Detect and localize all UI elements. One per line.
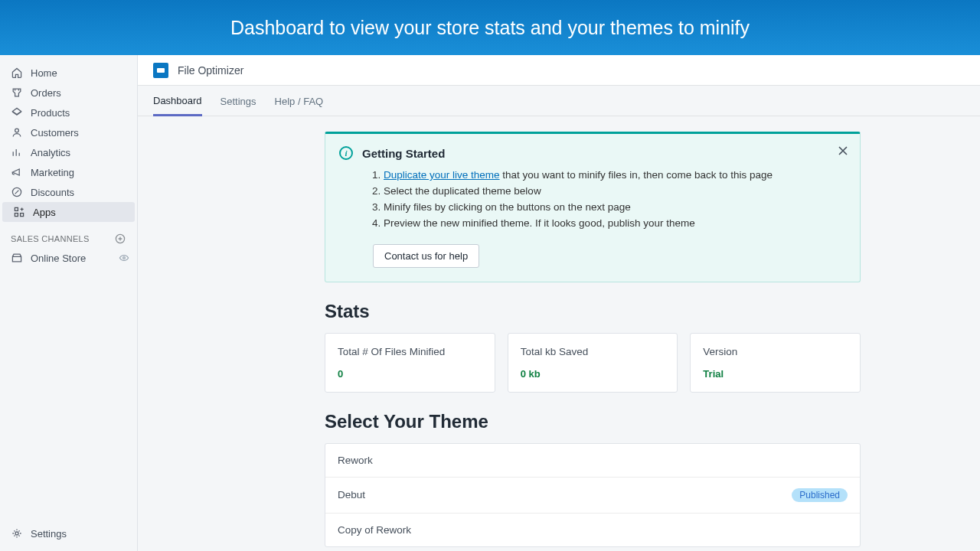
stat-value: 0 (338, 368, 482, 380)
sidebar-item-label: Home (31, 67, 57, 79)
sidebar-item-label: Marketing (31, 167, 74, 178)
info-icon: i (339, 146, 353, 160)
main: File Optimizer Dashboard Settings Help /… (138, 55, 980, 551)
svg-point-6 (123, 257, 126, 259)
stat-value: 0 kb (521, 368, 665, 380)
sidebar-item-orders[interactable]: Orders (0, 83, 137, 103)
sidebar-item-settings[interactable]: Settings (0, 523, 137, 543)
view-store-icon[interactable] (119, 253, 129, 263)
discounts-icon (11, 186, 23, 198)
app-name: File Optimizer (178, 64, 243, 77)
analytics-icon (11, 146, 23, 158)
sidebar-item-products[interactable]: Products (0, 103, 137, 122)
tab-bar: Dashboard Settings Help / FAQ (138, 86, 980, 116)
duplicate-theme-link[interactable]: Duplicate your live theme (384, 169, 500, 181)
sidebar: Home Orders Products Customers Analytics… (0, 55, 138, 551)
sidebar-item-apps[interactable]: Apps (2, 202, 135, 222)
sidebar-item-label: Customers (31, 127, 79, 139)
getting-started-steps: Duplicate your live theme that you want … (384, 168, 846, 232)
sidebar-item-label: Apps (33, 207, 56, 218)
themes-heading: Select Your Theme (325, 411, 861, 432)
tab-help[interactable]: Help / FAQ (275, 86, 324, 115)
published-badge: Published (792, 488, 848, 502)
theme-list: Rework Debut Published Copy of Rework (325, 443, 861, 547)
svg-point-0 (15, 129, 19, 132)
sidebar-item-label: Discounts (31, 187, 74, 198)
getting-started-panel: i Getting Started Duplicate your live th… (325, 132, 861, 282)
panel-title: Getting Started (362, 147, 445, 160)
sidebar-item-customers[interactable]: Customers (0, 122, 137, 142)
stat-label: Version (703, 346, 848, 357)
sidebar-item-online-store[interactable]: Online Store (0, 248, 137, 268)
gear-icon (11, 527, 23, 540)
stat-label: Total kb Saved (521, 346, 665, 357)
step3-text: Minify files by clicking on the buttons … (384, 200, 846, 216)
home-icon (11, 67, 23, 79)
svg-rect-2 (15, 207, 18, 210)
theme-name: Rework (338, 455, 373, 466)
sidebar-item-discounts[interactable]: Discounts (0, 182, 137, 202)
theme-row[interactable]: Rework (325, 444, 860, 478)
theme-name: Debut (338, 489, 365, 500)
theme-row[interactable]: Debut Published (325, 478, 860, 514)
tab-settings[interactable]: Settings (220, 86, 256, 115)
sidebar-item-marketing[interactable]: Marketing (0, 162, 137, 182)
step1-text: that you want to minify files in, then c… (500, 169, 773, 181)
sidebar-item-label: Analytics (31, 147, 70, 158)
stat-card-version: Version Trial (690, 333, 861, 393)
sidebar-item-analytics[interactable]: Analytics (0, 142, 137, 162)
sidebar-item-label: Online Store (31, 253, 86, 264)
products-icon (11, 106, 23, 119)
hero-banner: Dashboard to view your store stats and y… (0, 0, 980, 55)
sidebar-item-label: Products (31, 107, 70, 119)
marketing-icon (11, 166, 23, 178)
stat-value: Trial (703, 368, 848, 380)
close-icon[interactable] (837, 145, 849, 157)
orders-icon (11, 86, 23, 99)
sidebar-item-home[interactable]: Home (0, 63, 137, 83)
apps-icon (13, 206, 25, 218)
stat-label: Total # Of Files Minified (338, 346, 482, 357)
theme-row[interactable]: Copy of Rework (325, 514, 860, 546)
content-scroll: i Getting Started Duplicate your live th… (138, 116, 980, 551)
banner-title: Dashboard to view your store stats and y… (230, 17, 750, 39)
stats-row: Total # Of Files Minified 0 Total kb Sav… (325, 333, 861, 393)
step2-text: Select the duplicated theme below (384, 184, 846, 200)
app-title-bar: File Optimizer (138, 55, 980, 86)
channels-header-label: SALES CHANNELS (11, 234, 90, 243)
stats-heading: Stats (325, 301, 861, 322)
sidebar-item-label: Settings (31, 528, 67, 540)
contact-button[interactable]: Contact us for help (373, 244, 479, 268)
online-store-icon (11, 252, 23, 264)
tab-dashboard[interactable]: Dashboard (153, 86, 202, 116)
svg-rect-3 (15, 214, 18, 217)
step4-text: Preview the new minified theme. If it lo… (384, 216, 846, 232)
theme-name: Copy of Rework (338, 524, 411, 536)
stat-card-files: Total # Of Files Minified 0 (325, 333, 495, 393)
add-channel-icon[interactable] (114, 233, 126, 245)
sidebar-item-label: Orders (31, 87, 61, 99)
svg-point-7 (15, 532, 18, 535)
customers-icon (11, 126, 23, 139)
app-logo-icon (153, 63, 168, 78)
sales-channels-header: SALES CHANNELS (0, 222, 137, 248)
svg-rect-4 (21, 214, 24, 217)
stat-card-kb: Total kb Saved 0 kb (508, 333, 678, 393)
